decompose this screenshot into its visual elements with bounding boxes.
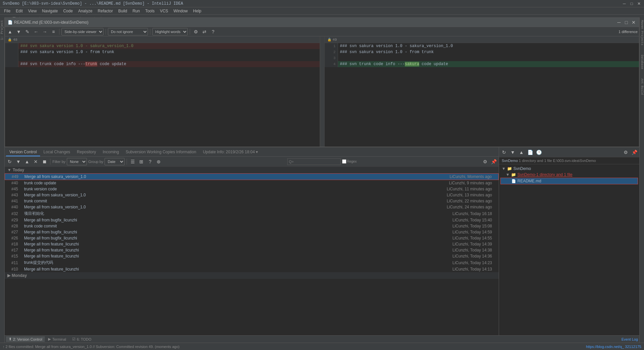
menu-help[interactable]: Help — [190, 8, 204, 14]
vc-item-15[interactable]: #15 Merge all from feature_licunzhi LiCu… — [5, 253, 499, 259]
sidebar-item-project[interactable]: 1: Project — [0, 19, 5, 41]
menu-tools[interactable]: Tools — [143, 8, 157, 14]
vc-pin-button[interactable]: 📌 — [490, 158, 497, 165]
vc-item-num-29: #29 — [11, 218, 21, 222]
tree-item-svndemo-sub[interactable]: ▼ 📁 SvnDemo-1 directory and 1 file — [500, 172, 638, 178]
ant-build-tab[interactable]: Ant Build — [640, 77, 644, 96]
vc-expand-button[interactable]: ▲ — [23, 158, 31, 165]
diff-menu-button[interactable]: ≡ — [50, 28, 57, 35]
menu-analyze[interactable]: Analyze — [75, 8, 95, 14]
tree-item-readme[interactable]: 📄 README.md — [500, 178, 638, 184]
diff-minimize-button[interactable]: ─ — [616, 20, 622, 25]
vc-tab-incoming[interactable]: Incoming — [99, 148, 122, 156]
vc-search-input[interactable] — [287, 158, 341, 165]
vc-item-num-43: #43 — [11, 193, 21, 197]
vc-item-10[interactable]: #10 Merge all from feature_licunzhi LiCu… — [5, 266, 499, 272]
close-button[interactable]: ✕ — [637, 1, 641, 6]
diff-help-button[interactable]: ? — [209, 28, 217, 35]
vc-tab-update-info[interactable]: Update Info: 2019/2/26 18:04 ▾ — [199, 148, 261, 156]
menu-vcs[interactable]: VCS — [157, 8, 171, 14]
menu-edit[interactable]: Edit — [13, 8, 25, 14]
vc-collapse-button[interactable]: ▼ — [15, 158, 22, 165]
diff-highlight-select[interactable]: Highlight words Highlight lines No highl… — [152, 28, 188, 35]
rp-pin-button[interactable]: 📌 — [631, 149, 638, 156]
status-link[interactable]: https://blog.csdn.net/q_ 32112175 — [586, 345, 641, 349]
vc-item-17[interactable]: #17 Merge all from feature_licunzhi LiCu… — [5, 247, 499, 253]
vc-settings-button[interactable]: ⚙ — [481, 158, 489, 165]
vc-item-26[interactable]: #26 Merge all from bugfix_licunzhi LiCun… — [5, 235, 499, 241]
vc-tab-repository[interactable]: Repository — [73, 148, 99, 156]
diff-back-button[interactable]: ← — [32, 28, 40, 35]
rp-file-button[interactable]: 📄 — [526, 149, 534, 156]
vc-item-32[interactable]: #32 项目初始化 LiCunzhi, Today 16:18 — [5, 210, 499, 217]
rp-expand-button[interactable]: ▲ — [518, 149, 525, 156]
menu-window[interactable]: Window — [171, 8, 190, 14]
vc-item-43[interactable]: #43 Merge all from sakura_version_1.0 Li… — [5, 192, 499, 198]
diff-prev-button[interactable]: ▲ — [6, 28, 14, 35]
menu-run[interactable]: Run — [130, 8, 143, 14]
vc-tab-svn-copies[interactable]: Subversion Working Copies Information — [122, 148, 199, 156]
diff-fwd-button[interactable]: → — [41, 28, 48, 35]
vc-item-msg-40a: trunk code update — [24, 181, 429, 185]
event-log-button[interactable]: Event Log — [621, 337, 638, 341]
menu-file[interactable]: File — [1, 8, 13, 14]
vc-item-29[interactable]: #29 Merge all from bugfix_licunzhi LiCun… — [5, 217, 499, 223]
vc-more-button[interactable]: ⊛ — [155, 158, 162, 165]
minimize-button[interactable]: ─ — [622, 1, 627, 6]
vc-delete-button[interactable]: ✕ — [32, 158, 39, 165]
vc-item-27[interactable]: #27 Merge all from bugfix_licunzhi LiCun… — [5, 229, 499, 235]
vc-refresh-button[interactable]: ↻ — [6, 158, 13, 165]
maven-projects-tab[interactable]: Maven Projects — [640, 19, 644, 47]
vc-tab-icon: ⬆ — [9, 337, 12, 341]
diff-close-button[interactable]: ✕ — [631, 20, 636, 25]
menu-refactor[interactable]: Refactor — [95, 8, 116, 14]
vc-item-num-18: #18 — [11, 242, 21, 246]
vc-item-49[interactable]: #49 Merge all from sakura_version_1.0 Li… — [5, 173, 499, 180]
diff-viewer-select[interactable]: Side-by-side viewer Unified viewer — [61, 28, 104, 35]
vc-item-11[interactable]: #11 trunk提交的代码 LiCunzhi, Today 14:23 — [5, 259, 499, 266]
vc-item-40a[interactable]: #40 trunk code update LiCunzhi, 9 minute… — [5, 180, 499, 186]
vc-item-28[interactable]: #28 trunk code commit LiCunzhi, Today 15… — [5, 223, 499, 229]
diff-next-button[interactable]: ▼ — [15, 28, 22, 35]
vc-tree-view-button[interactable]: ⊞ — [138, 158, 145, 165]
vc-item-40b[interactable]: #40 Merge all from sakura_version_1.0 Li… — [5, 204, 499, 210]
group-by-select[interactable]: Date Author — [105, 158, 125, 165]
menu-navigate[interactable]: Navigate — [39, 8, 60, 14]
vc-item-41[interactable]: #41 trunk commit LiCunzhi, 22 minutes ag… — [5, 198, 499, 204]
bottom-tab-terminal[interactable]: ▶ Terminal — [45, 336, 69, 342]
vc-tab-local-changes[interactable]: Local Changes — [40, 148, 73, 156]
vc-item-18[interactable]: #18 Merge all from feature_licunzhi LiCu… — [5, 241, 499, 247]
vc-stop-button[interactable]: ⏹ — [41, 158, 48, 165]
tree-item-svndemo[interactable]: ▼ 📁 SvnDemo — [500, 166, 638, 172]
vc-tabs: Version Control Local Changes Repository… — [5, 147, 499, 157]
database-tab[interactable]: Database — [640, 53, 644, 70]
vc-item-msg-27: Merge all from bugfix_licunzhi — [24, 230, 429, 234]
rp-settings-button[interactable]: ⚙ — [622, 149, 629, 156]
vc-group-chevron-today[interactable]: ▼ — [7, 168, 11, 172]
regex-check[interactable] — [342, 159, 346, 164]
diff-left-header: 🔒 48 — [5, 36, 320, 43]
rp-collapse-button[interactable]: ▼ — [509, 149, 516, 156]
vc-help-button[interactable]: ? — [146, 158, 154, 165]
vc-list-view-button[interactable]: ☰ — [129, 158, 136, 165]
right-side-panel: Maven Projects Database Ant Build — [639, 17, 644, 350]
rp-history-button[interactable]: 🕐 — [535, 149, 542, 156]
file-tree: ▼ 📁 SvnDemo ▼ 📁 SvnDemo-1 directory and … — [499, 164, 639, 350]
vc-item-45[interactable]: #45 trunk version code LiCunzhi, 11 minu… — [5, 186, 499, 192]
menu-code[interactable]: Code — [60, 8, 75, 14]
maximize-button[interactable]: □ — [629, 1, 634, 6]
menu-view[interactable]: View — [25, 8, 39, 14]
diff-ignore-select[interactable]: Do not ignore Ignore whitespace — [108, 28, 148, 35]
bottom-tab-version-control[interactable]: ⬆ 2: Version Control — [6, 336, 45, 342]
diff-sync-button[interactable]: ⇄ — [201, 28, 208, 35]
vc-group-chevron-monday[interactable]: ▶ — [7, 273, 10, 278]
diff-edit-button[interactable]: ✎ — [24, 28, 31, 35]
vc-tab-version-control[interactable]: Version Control — [6, 148, 40, 156]
regex-checkbox[interactable]: Regex — [342, 159, 357, 164]
diff-maximize-button[interactable]: □ — [624, 20, 629, 25]
filter-by-select[interactable]: None Author — [67, 158, 87, 165]
menu-build[interactable]: Build — [116, 8, 130, 14]
diff-settings-button[interactable]: ⚙ — [192, 28, 199, 35]
rp-refresh-button[interactable]: ↻ — [500, 149, 508, 156]
bottom-tab-todo[interactable]: ☑ 6: TODO — [69, 336, 94, 342]
